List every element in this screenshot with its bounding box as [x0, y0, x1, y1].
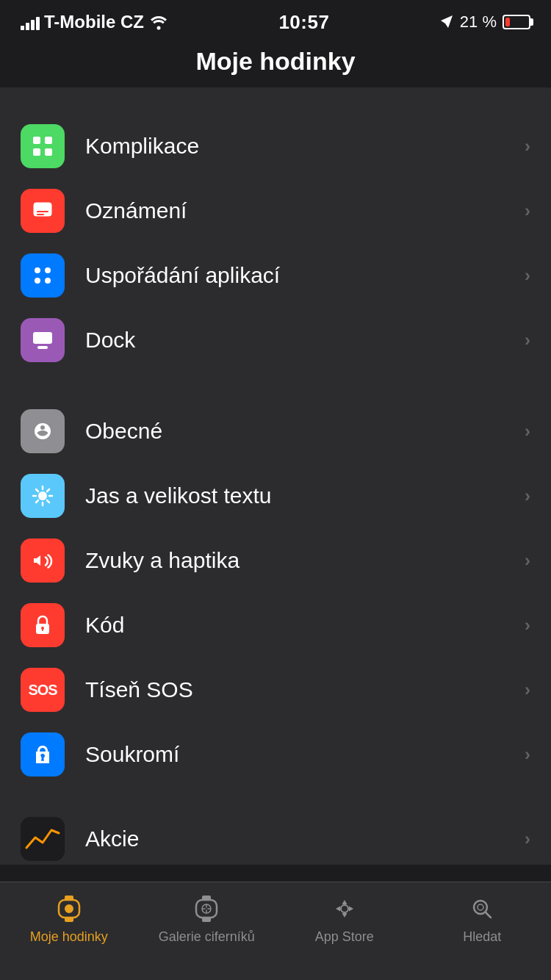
section-divider-bottom	[0, 787, 551, 813]
carrier-name: T-Mobile CZ	[44, 12, 144, 32]
chevron-icon: ›	[525, 680, 530, 700]
kod-label: Kód	[85, 613, 525, 638]
page-title: Moje hodinky	[0, 40, 551, 87]
signal-icon	[21, 14, 40, 30]
obecne-icon	[21, 409, 65, 453]
tisen-icon: SOS	[21, 668, 65, 712]
section-divider-top	[0, 87, 551, 114]
jas-label: Jas a velikost textu	[85, 483, 525, 508]
list-item-kod[interactable]: Kód ›	[0, 593, 551, 657]
svg-rect-2	[45, 137, 52, 144]
svg-point-12	[35, 278, 40, 284]
chevron-icon: ›	[525, 265, 530, 286]
komplikace-label: Komplikace	[85, 134, 525, 159]
oznameni-icon	[21, 189, 65, 233]
svg-point-16	[38, 491, 47, 500]
zvuky-icon	[21, 538, 65, 583]
svg-rect-31	[65, 917, 73, 922]
svg-rect-4	[45, 148, 52, 156]
watch-face-icon	[187, 893, 226, 925]
list-item-zvuky[interactable]: Zvuky a haptika ›	[0, 528, 551, 593]
battery-icon	[503, 15, 530, 29]
list-item-usporadani[interactable]: Uspořádání aplikací ›	[0, 243, 551, 308]
list-item-akcie[interactable]: Akcie ›	[0, 813, 551, 865]
status-time: 10:57	[278, 11, 329, 34]
svg-rect-14	[33, 332, 52, 344]
svg-rect-1	[33, 137, 40, 144]
chevron-icon: ›	[525, 201, 530, 221]
tisen-label: Tíseň SOS	[85, 677, 525, 702]
list-item-tisen[interactable]: SOS Tíseň SOS ›	[0, 657, 551, 722]
usporadani-icon	[21, 253, 65, 298]
chevron-icon: ›	[525, 615, 530, 635]
obecne-label: Obecné	[85, 419, 525, 444]
search-icon	[463, 893, 501, 925]
tab-appstore[interactable]: App Store	[276, 893, 414, 945]
tab-bar: Moje hodinky Galerie ciferníků	[0, 882, 551, 980]
tab-hledat-label: Hledat	[463, 929, 501, 945]
status-right: 21 %	[439, 12, 530, 32]
svg-point-11	[45, 267, 51, 273]
list-item-dock[interactable]: Dock ›	[0, 308, 551, 372]
chevron-icon: ›	[525, 421, 530, 442]
svg-rect-15	[37, 346, 48, 349]
svg-point-47	[478, 904, 483, 910]
akcie-icon	[21, 817, 65, 861]
tab-galerie[interactable]: Galerie ciferníků	[138, 893, 276, 945]
svg-line-21	[36, 489, 38, 491]
svg-line-46	[486, 912, 491, 918]
section-1: Komplikace › Oznámení ›	[0, 114, 551, 372]
chevron-icon: ›	[525, 136, 530, 156]
zvuky-label: Zvuky a haptika	[85, 548, 525, 573]
svg-line-23	[47, 489, 49, 491]
svg-rect-9	[37, 214, 44, 215]
list-item-soukromi[interactable]: Soukromí ›	[0, 722, 551, 787]
tab-galerie-label: Galerie ciferníků	[159, 929, 255, 945]
tab-hledat[interactable]: Hledat	[414, 893, 552, 945]
oznameni-label: Oznámení	[85, 198, 525, 223]
svg-rect-43	[331, 896, 358, 922]
svg-rect-3	[33, 148, 40, 156]
svg-point-0	[156, 26, 160, 30]
dock-icon	[21, 318, 65, 362]
section-3-partial: Akcie ›	[0, 813, 551, 865]
svg-line-22	[47, 500, 49, 502]
svg-rect-27	[42, 628, 43, 631]
jas-icon	[21, 474, 65, 518]
chevron-icon: ›	[525, 330, 530, 350]
list-item-obecne[interactable]: Obecné ›	[0, 399, 551, 464]
svg-line-24	[36, 500, 38, 502]
dock-label: Dock	[85, 328, 525, 353]
svg-point-44	[341, 905, 348, 912]
svg-point-13	[45, 278, 51, 284]
watch-icon	[50, 893, 88, 925]
wifi-icon	[148, 14, 169, 30]
battery-percent: 21 %	[460, 12, 497, 32]
svg-rect-36	[202, 896, 211, 901]
akcie-label: Akcie	[85, 826, 525, 851]
appstore-icon	[325, 893, 364, 925]
tab-moje-hodinky-label: Moje hodinky	[30, 929, 108, 945]
carrier-signal: T-Mobile CZ	[21, 12, 169, 32]
section-2: Obecné › Jas a velikost textu ›	[0, 399, 551, 787]
list-item-komplikace[interactable]: Komplikace ›	[0, 114, 551, 179]
chevron-icon: ›	[525, 550, 530, 571]
kod-icon	[21, 603, 65, 647]
list-item-jas[interactable]: Jas a velikost textu ›	[0, 464, 551, 528]
tab-appstore-label: App Store	[315, 929, 374, 945]
svg-rect-7	[34, 203, 51, 208]
location-icon	[439, 14, 454, 30]
svg-rect-35	[196, 900, 217, 918]
chevron-icon: ›	[525, 744, 530, 765]
svg-rect-28	[21, 817, 65, 861]
tab-moje-hodinky[interactable]: Moje hodinky	[0, 893, 138, 945]
svg-point-10	[35, 267, 40, 273]
komplikace-icon	[21, 124, 65, 168]
chevron-icon: ›	[525, 486, 530, 506]
list-item-oznameni[interactable]: Oznámení ›	[0, 179, 551, 243]
status-bar: T-Mobile CZ 10:57 21 %	[0, 0, 551, 40]
usporadani-label: Uspořádání aplikací	[85, 263, 525, 288]
soukromi-label: Soukromí	[85, 742, 525, 767]
svg-rect-8	[37, 211, 48, 212]
page-content: Moje hodinky Komplikace ›	[0, 40, 551, 963]
